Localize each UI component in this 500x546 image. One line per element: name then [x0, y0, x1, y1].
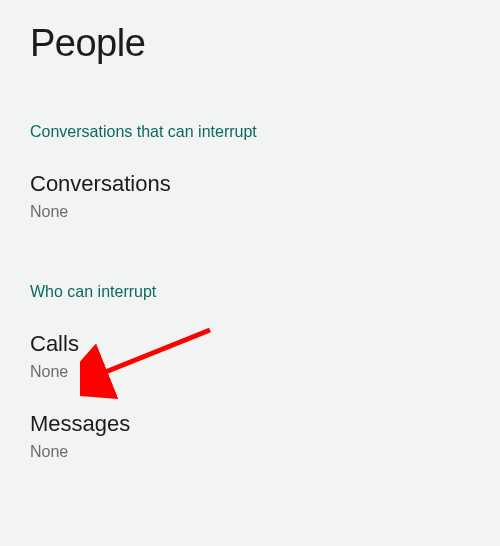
setting-item-title: Calls [30, 331, 470, 357]
page-title: People [0, 0, 500, 75]
setting-item-conversations[interactable]: Conversations None [0, 155, 500, 235]
setting-item-messages[interactable]: Messages None [0, 395, 500, 475]
section-header-conversations: Conversations that can interrupt [0, 75, 500, 155]
setting-item-subtitle: None [30, 443, 470, 461]
section-conversations: Conversations that can interrupt Convers… [0, 75, 500, 235]
setting-item-subtitle: None [30, 203, 470, 221]
section-header-who-can-interrupt: Who can interrupt [0, 235, 500, 315]
setting-item-calls[interactable]: Calls None [0, 315, 500, 395]
setting-item-title: Messages [30, 411, 470, 437]
setting-item-title: Conversations [30, 171, 470, 197]
section-who-can-interrupt: Who can interrupt Calls None Messages No… [0, 235, 500, 475]
setting-item-subtitle: None [30, 363, 470, 381]
